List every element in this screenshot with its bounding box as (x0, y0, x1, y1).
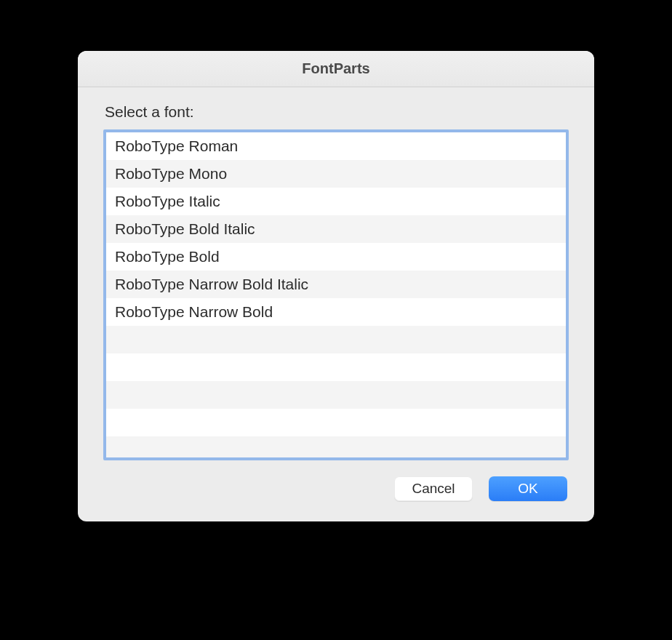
window-title: FontParts (302, 60, 369, 77)
ok-button[interactable]: OK (489, 476, 567, 501)
font-list-item[interactable]: RoboType Roman (106, 132, 566, 160)
font-list-item[interactable] (106, 326, 566, 353)
font-list-item[interactable]: RoboType Narrow Bold Italic (106, 271, 566, 298)
dialog-content: Select a font: RoboType RomanRoboType Mo… (78, 87, 594, 521)
font-list-item[interactable] (106, 436, 566, 460)
titlebar: FontParts (78, 51, 594, 87)
font-list-item[interactable] (106, 409, 566, 436)
font-list-item[interactable]: RoboType Bold Italic (106, 215, 566, 243)
font-list-item[interactable] (106, 353, 566, 381)
button-row: Cancel OK (103, 476, 569, 501)
font-list-item[interactable]: RoboType Narrow Bold (106, 298, 566, 326)
prompt-label: Select a font: (105, 103, 569, 121)
cancel-button[interactable]: Cancel (394, 476, 473, 501)
dialog-window: FontParts Select a font: RoboType RomanR… (78, 51, 594, 521)
font-list-item[interactable]: RoboType Bold (106, 243, 566, 271)
font-list-item[interactable]: RoboType Italic (106, 188, 566, 215)
font-listbox[interactable]: RoboType RomanRoboType MonoRoboType Ital… (103, 129, 569, 460)
font-list-item[interactable]: RoboType Mono (106, 160, 566, 188)
font-list-item[interactable] (106, 381, 566, 409)
